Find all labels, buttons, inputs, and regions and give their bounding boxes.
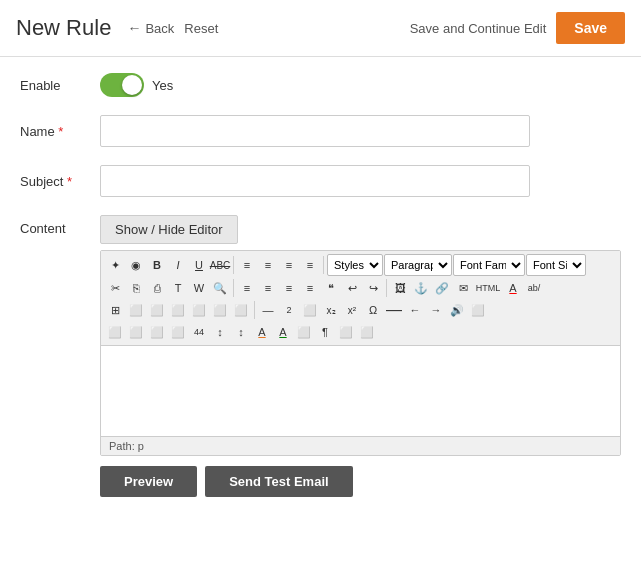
tb-underline-btn[interactable]: U [189, 255, 209, 275]
tb-ltr-btn[interactable]: ← [405, 300, 425, 320]
send-test-email-button[interactable]: Send Test Email [205, 466, 352, 497]
tb-special-btn[interactable]: 2 [279, 300, 299, 320]
tb-color-btn[interactable]: A [503, 278, 523, 298]
divider-2 [323, 256, 324, 274]
tb-strikethrough-btn[interactable]: ABC [210, 255, 230, 275]
show-hide-editor-button[interactable]: Show / Hide Editor [100, 215, 238, 244]
tb-spellcheck-btn[interactable]: ⬜ [357, 322, 377, 342]
enable-value-label: Yes [152, 78, 173, 93]
tb-align-left-btn[interactable]: ≡ [237, 255, 257, 275]
toolbar-row-3: ⊞ ⬜ ⬜ ⬜ ⬜ ⬜ ⬜ — 2 ⬜ x₂ x² [105, 300, 616, 320]
tb-align-center-btn[interactable]: ≡ [258, 255, 278, 275]
tb-undo-btn[interactable]: ↩ [342, 278, 362, 298]
form-content: Enable Yes Name Subject Content Show / H… [0, 57, 641, 513]
tb-audio-btn[interactable]: 🔊 [447, 300, 467, 320]
tb-row-after-btn[interactable]: ⬜ [147, 300, 167, 320]
tb-bold-btn[interactable]: B [147, 255, 167, 275]
tb-subscript-btn[interactable]: x₂ [321, 300, 341, 320]
back-button[interactable]: ← Back [127, 20, 174, 36]
tb-omega-btn[interactable]: Ω [363, 300, 383, 320]
tb-superscript-btn[interactable]: x² [342, 300, 362, 320]
tb-gallery-btn[interactable]: ⬜ [294, 322, 314, 342]
tb-widget-btn[interactable]: ⬜ [105, 322, 125, 342]
tb-cut-btn[interactable]: ✂ [105, 278, 125, 298]
reset-button[interactable]: Reset [184, 21, 218, 36]
tb-align-right-btn[interactable]: ≡ [279, 255, 299, 275]
header-actions: ← Back Reset Save and Continue Edit Save [127, 12, 625, 44]
tb-down-btn[interactable]: ↕ [231, 322, 251, 342]
divider-4 [386, 279, 387, 297]
tb-image-btn[interactable]: 🖼 [390, 278, 410, 298]
toolbar-row-1: ✦ ◉ B I U ABC ≡ ≡ ≡ ≡ [105, 254, 616, 276]
content-label: Content [20, 215, 88, 236]
tb-media-btn[interactable]: — [384, 300, 404, 320]
tb-removeformat-btn[interactable]: ⬜ [336, 322, 356, 342]
tb-styles-select[interactable]: Styles [327, 254, 383, 276]
tb-bgcolor-btn[interactable]: ab/ [524, 278, 544, 298]
tb-ol-btn[interactable]: ≡ [258, 278, 278, 298]
tb-ul-btn[interactable]: ≡ [237, 278, 257, 298]
page-header: New Rule ← Back Reset Save and Continue … [0, 0, 641, 57]
divider-1 [233, 256, 234, 274]
name-label: Name [20, 124, 100, 139]
tb-italic-btn[interactable]: I [168, 255, 188, 275]
subject-row: Subject [20, 165, 621, 197]
tb-paragraph-select[interactable]: Paragraph [384, 254, 452, 276]
tb-pagebreak-btn[interactable]: ⬜ [300, 300, 320, 320]
tb-redo-btn[interactable]: ↪ [363, 278, 383, 298]
tb-table-btn[interactable]: ⊞ [105, 300, 125, 320]
tb-col-before-btn[interactable]: ⬜ [189, 300, 209, 320]
tb-up-btn[interactable]: ↕ [210, 322, 230, 342]
tb-indent-btn[interactable]: ≡ [300, 278, 320, 298]
tb-print-btn[interactable]: ⬜ [168, 322, 188, 342]
tb-source-btn[interactable]: ✦ [105, 255, 125, 275]
divider-3 [233, 279, 234, 297]
tb-paste-text-btn[interactable]: T [168, 278, 188, 298]
tb-anchor-btn[interactable]: ⚓ [411, 278, 431, 298]
tb-preview2-btn[interactable]: ⬜ [147, 322, 167, 342]
editor-path: Path: p [101, 436, 620, 455]
tb-pilcrow-btn[interactable]: ¶ [315, 322, 335, 342]
tb-email-btn[interactable]: ✉ [453, 278, 473, 298]
tb-font-family-select[interactable]: Font Family [453, 254, 525, 276]
tb-col-after-btn[interactable]: ⬜ [210, 300, 230, 320]
tb-paste-btn[interactable]: ⎙ [147, 278, 167, 298]
tb-row-before-btn[interactable]: ⬜ [126, 300, 146, 320]
save-button[interactable]: Save [556, 12, 625, 44]
tb-del-row-btn[interactable]: ⬜ [168, 300, 188, 320]
tb-html-btn[interactable]: HTML [474, 278, 502, 298]
toggle-slider [100, 73, 144, 97]
enable-toggle[interactable] [100, 73, 144, 97]
tb-outdent-btn[interactable]: ≡ [279, 278, 299, 298]
tb-font-color3-btn[interactable]: A [273, 322, 293, 342]
tb-rtl-btn[interactable]: → [426, 300, 446, 320]
page-title: New Rule [16, 15, 111, 41]
tb-blockquote-btn[interactable]: ❝ [321, 278, 341, 298]
tb-del-col-btn[interactable]: ⬜ [231, 300, 251, 320]
tb-font-size-select[interactable]: Font Size [526, 254, 586, 276]
enable-toggle-wrapper: Yes [100, 73, 173, 97]
tb-find-btn[interactable]: 🔍 [210, 278, 230, 298]
name-input[interactable] [100, 115, 530, 147]
save-continue-button[interactable]: Save and Continue Edit [410, 21, 547, 36]
tb-template-btn[interactable]: ◉ [126, 255, 146, 275]
content-row: Content Show / Hide Editor ✦ ◉ B I U ABC [20, 215, 621, 456]
tb-save2-btn[interactable]: ⬜ [126, 322, 146, 342]
tb-resize-btn[interactable]: 44 [189, 322, 209, 342]
preview-button[interactable]: Preview [100, 466, 197, 497]
tb-hr-btn[interactable]: — [258, 300, 278, 320]
tb-copy-btn[interactable]: ⎘ [126, 278, 146, 298]
bottom-buttons: Preview Send Test Email [100, 466, 621, 497]
editor-toolbar: ✦ ◉ B I U ABC ≡ ≡ ≡ ≡ [101, 251, 620, 346]
tb-fullscreen-btn[interactable]: ⬜ [468, 300, 488, 320]
divider-5 [254, 301, 255, 319]
subject-label: Subject [20, 174, 100, 189]
enable-label: Enable [20, 78, 100, 93]
tb-paste-word-btn[interactable]: W [189, 278, 209, 298]
subject-input[interactable] [100, 165, 530, 197]
tb-align-justify-btn[interactable]: ≡ [300, 255, 320, 275]
editor-container: ✦ ◉ B I U ABC ≡ ≡ ≡ ≡ [100, 250, 621, 456]
tb-font-color2-btn[interactable]: A [252, 322, 272, 342]
editor-body[interactable] [101, 346, 620, 436]
tb-link-btn[interactable]: 🔗 [432, 278, 452, 298]
